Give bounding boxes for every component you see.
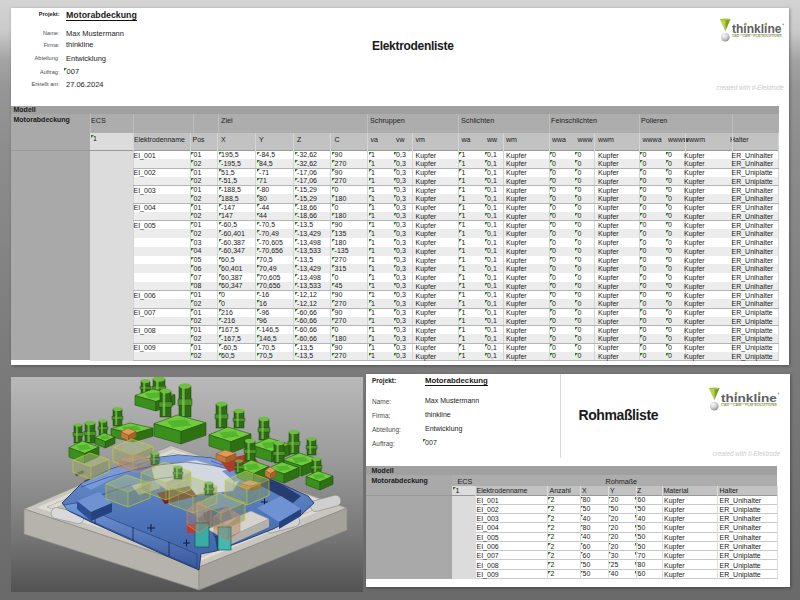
svg-text:CAD · CAM · PLM SOLUTIONS: CAD · CAM · PLM SOLUTIONS <box>731 34 781 38</box>
svg-text:CAD · CAM · PLM SOLUTIONS: CAD · CAM · PLM SOLUTIONS <box>721 403 778 407</box>
